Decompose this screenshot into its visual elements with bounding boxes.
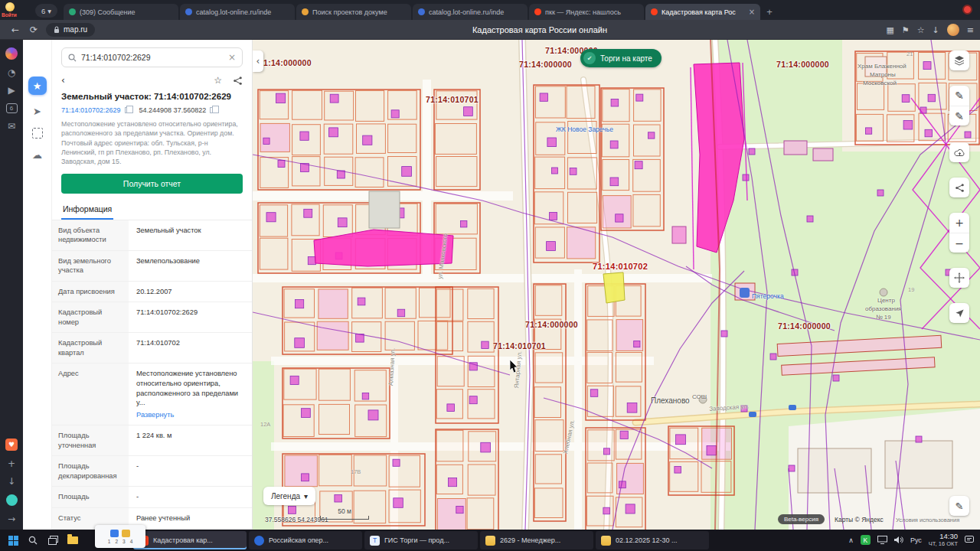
favorites-tool-button[interactable]: ★ <box>28 77 47 95</box>
chevron-down-icon: ▾ <box>47 7 51 15</box>
selected-parcel[interactable] <box>603 272 625 303</box>
legend-button[interactable]: Легенда ▾ <box>263 487 315 505</box>
browser-logo-area: Войти <box>0 0 23 20</box>
expand-link[interactable]: Развернуть <box>136 410 174 420</box>
flyout-number[interactable]: 4 <box>130 539 133 544</box>
row-value: Местоположение установлено относительно … <box>129 364 252 425</box>
taskbar-app[interactable]: 02.12.2025 12-30 ... <box>596 531 709 549</box>
back-icon[interactable]: ← <box>6 24 24 35</box>
row-label: Вид земельного участка <box>52 251 129 281</box>
zoom-out-button[interactable]: − <box>949 233 969 253</box>
downloads-icon[interactable]: ↓ <box>933 25 939 35</box>
get-report-button[interactable]: Получить отчет <box>61 174 243 194</box>
taskbar-app[interactable]: 2629 - Менеджер... <box>480 531 593 549</box>
hidden-icons-caret[interactable]: ∧ <box>848 536 854 544</box>
flyout-tile-icon[interactable] <box>110 530 119 537</box>
add-icon[interactable]: + <box>8 459 15 468</box>
flyout-number[interactable]: 1 <box>108 539 111 544</box>
upload-button[interactable] <box>949 142 969 162</box>
pointer-tool-icon[interactable]: ➤ <box>33 106 41 116</box>
terms-link[interactable]: Условия использования <box>896 517 959 523</box>
back-chevron-icon[interactable]: ‹ <box>61 76 65 85</box>
play-icon[interactable]: ▶ <box>8 86 15 95</box>
share-icon[interactable] <box>233 76 243 86</box>
zoom-in-button[interactable]: + <box>949 213 969 233</box>
tab-label: пкк — Яндекс: нашлось <box>545 8 639 16</box>
tab-information[interactable]: Информация <box>61 202 113 220</box>
history-clock-icon[interactable]: ◔ <box>8 68 15 77</box>
row-label: Вид объекта недвижимости <box>52 220 129 250</box>
row-label: Площадь <box>52 487 129 507</box>
copy-icon[interactable] <box>210 107 215 113</box>
taskbar-clock[interactable]: 14:30 ЧТ, 16 ОКТ <box>929 533 958 548</box>
messages-icon[interactable]: ✉ <box>8 122 15 131</box>
browser-tab[interactable]: catalog.lot-online.ru/inde <box>413 4 528 20</box>
area-select-tool-icon[interactable] <box>32 128 43 139</box>
antivirus-icon[interactable]: K <box>861 535 871 545</box>
favorite-star-icon[interactable]: ☆ <box>214 75 222 86</box>
collapse-panel-button[interactable]: ‹ <box>253 51 263 72</box>
coordinates-chip[interactable]: 54.244908 37.560822 <box>139 106 216 114</box>
menu-icon[interactable]: ≡ <box>967 25 974 35</box>
browser-logo-icon[interactable] <box>5 2 15 11</box>
search-input[interactable] <box>81 53 224 62</box>
system-tray: ∧ K Рус 14:30 ЧТ, 16 ОКТ <box>848 533 980 548</box>
collapse-rail-icon[interactable]: → <box>8 514 15 523</box>
account-service-icon[interactable] <box>6 494 18 506</box>
browser-tab-active[interactable]: Кадастровая карта Рос × <box>645 4 760 20</box>
layers-button[interactable] <box>949 51 969 70</box>
download-icon[interactable]: ↓ <box>8 477 15 486</box>
start-button[interactable] <box>3 531 23 549</box>
close-icon[interactable]: × <box>749 8 755 16</box>
map-canvas[interactable] <box>253 40 980 530</box>
taskbar-flyout[interactable]: 1 2 3 4 <box>95 525 145 548</box>
browser-tab[interactable]: catalog.lot-online.ru/inde <box>180 4 295 20</box>
address-bar[interactable]: map.ru <box>46 23 95 37</box>
move-icon <box>954 272 965 283</box>
profile-avatar[interactable] <box>947 24 959 36</box>
taskbar-search-button[interactable] <box>23 531 43 549</box>
tab-label: catalog.lot-online.ru/inde <box>429 8 522 16</box>
tabs-count-badge[interactable]: 6 <box>6 103 18 113</box>
favorites-heart-icon[interactable]: ♥ <box>5 439 18 451</box>
assistant-icon[interactable] <box>5 47 18 60</box>
browser-tab[interactable]: пкк — Яндекс: нашлось <box>529 4 644 20</box>
new-tab-button[interactable]: + <box>762 4 777 20</box>
taskbar-app[interactable]: Т ГИС Торги — прод... <box>364 531 478 549</box>
clear-search-icon[interactable]: × <box>228 52 236 63</box>
notifications-icon[interactable] <box>965 536 974 544</box>
row-label: Кадастровый квартал <box>52 333 129 363</box>
task-view-button[interactable] <box>43 531 63 549</box>
cadastral-number-text: 71:14:010702:2629 <box>61 106 121 114</box>
flyout-number[interactable]: 3 <box>122 539 126 544</box>
login-label[interactable]: Войти <box>2 12 17 18</box>
language-indicator[interactable]: Рус <box>910 536 922 544</box>
browser-tab[interactable]: (309) Сообщение <box>64 4 178 20</box>
locate-button[interactable] <box>949 303 969 323</box>
cloud-tool-icon[interactable]: ☁ <box>32 150 42 160</box>
share-map-button[interactable] <box>949 178 969 197</box>
display-icon[interactable] <box>877 536 887 544</box>
pinned-folder-button[interactable] <box>63 531 83 549</box>
measure-button[interactable]: ✎ <box>949 86 969 106</box>
table-row: Площадь - <box>52 487 252 508</box>
cadastral-number-link[interactable]: 71:14:010702:2629 <box>61 106 130 114</box>
search-box[interactable]: × <box>61 47 243 67</box>
tab-counter-button[interactable]: 6 ▾ <box>35 4 57 18</box>
copy-icon[interactable] <box>125 107 130 113</box>
torgi-map-button[interactable]: ✔ Торги на карте <box>580 49 662 67</box>
record-indicator-icon[interactable] <box>962 5 972 15</box>
taskbar-app-active[interactable]: Y Кадастровая кар... <box>133 531 247 549</box>
draw-note-button[interactable]: ✎ <box>949 496 969 516</box>
bookmark-icon[interactable]: ☆ <box>917 25 925 35</box>
reload-icon[interactable]: ⟳ <box>24 24 43 35</box>
volume-icon[interactable] <box>894 536 903 544</box>
flyout-tile-icon[interactable] <box>122 530 130 537</box>
extensions-grid-icon[interactable]: ▦ <box>886 25 893 35</box>
flyout-number[interactable]: 2 <box>115 539 118 544</box>
taskbar-app[interactable]: Российская опер... <box>249 531 362 549</box>
edit-button[interactable]: ✎ <box>949 106 969 126</box>
pan-button[interactable] <box>949 268 969 288</box>
browser-tab[interactable]: Поиск проектов докуме <box>296 4 411 20</box>
flag-icon[interactable]: ⚑ <box>902 25 910 35</box>
